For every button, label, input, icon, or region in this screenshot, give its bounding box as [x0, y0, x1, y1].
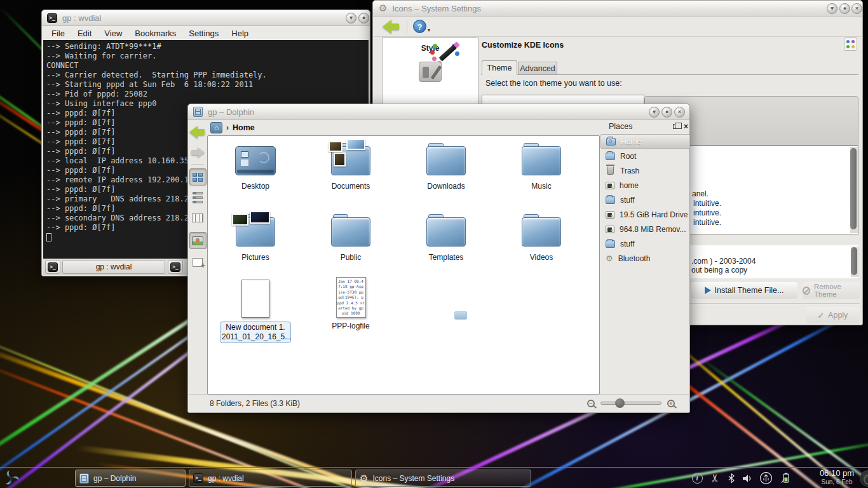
- breadcrumb-root[interactable]: Home: [233, 123, 255, 132]
- terminal-icon: >_: [193, 473, 203, 483]
- battery-tray-icon[interactable]: [778, 468, 793, 488]
- klipper-tray-icon[interactable]: ✂: [705, 471, 726, 485]
- zoom-slider[interactable]: [600, 402, 661, 405]
- maximize-button[interactable]: ●: [839, 3, 850, 14]
- forward-button[interactable]: [191, 147, 205, 158]
- folder-item[interactable]: Videos: [503, 214, 580, 262]
- toolbar-separator: [191, 164, 204, 165]
- menu-bookmarks[interactable]: Bookmarks: [135, 29, 176, 38]
- downloads-folder-icon: [426, 146, 466, 175]
- remove-theme-button[interactable]: Remove Theme: [803, 282, 860, 299]
- file-item-selected[interactable]: New document 1. 2011_01_20_16_5...: [217, 277, 294, 343]
- caret-down-icon[interactable]: ▾: [428, 27, 430, 33]
- folder-item[interactable]: Music: [503, 142, 580, 191]
- clock[interactable]: 06:10 pm Sun, 6 Feb: [815, 469, 859, 487]
- status-text: 8 Folders, 2 Files (3.3 KiB): [210, 399, 300, 408]
- menu-view[interactable]: View: [104, 29, 122, 38]
- help-button[interactable]: ?: [413, 20, 426, 33]
- volume-tray-icon[interactable]: [740, 468, 754, 488]
- places-label: stuff: [620, 240, 634, 248]
- description-scrollbar[interactable]: [851, 247, 858, 277]
- preview-button[interactable]: [189, 232, 207, 249]
- places-item-root[interactable]: Root: [600, 149, 690, 163]
- file-item[interactable]: Jan 17 09:4 7:18 gp-Asp ire-5738 pp pd[1…: [313, 277, 389, 331]
- zoom-in-button[interactable]: +: [667, 400, 675, 407]
- apply-button[interactable]: ✓ Apply: [806, 307, 860, 323]
- zoom-out-button[interactable]: −: [587, 400, 595, 407]
- konsole-tab[interactable]: gp : wvdial: [62, 260, 165, 274]
- back-button[interactable]: [189, 126, 206, 139]
- documents-folder-icon: [331, 146, 370, 175]
- places-item-home[interactable]: Home: [600, 134, 690, 149]
- columns-view-button[interactable]: [189, 209, 207, 226]
- drive-icon: [606, 211, 614, 219]
- places-item-stuff2[interactable]: stuff: [600, 236, 690, 251]
- places-item-stuff[interactable]: stuff: [600, 193, 690, 207]
- list-scrollbar-thumb[interactable]: [850, 148, 857, 229]
- konsole-titlebar[interactable]: >_ gp : wvdial ▾ ●: [42, 10, 370, 26]
- places-item-removable[interactable]: 964.8 MiB Remov...: [600, 222, 690, 236]
- task-system-settings[interactable]: ⚙ Icons – System Settings: [355, 470, 531, 487]
- places-header[interactable]: Places ×: [600, 120, 691, 135]
- sidebar-item-style[interactable]: Style: [383, 38, 478, 53]
- device-notifier-tray-icon[interactable]: [757, 468, 774, 488]
- terminal-cursor: [46, 233, 51, 241]
- toolbar-separator: [407, 20, 407, 34]
- description-scrollbar-thumb[interactable]: [851, 247, 857, 275]
- menu-edit[interactable]: Edit: [78, 29, 92, 38]
- icon-theme-select-label: Select the icon theme you want to use:: [485, 79, 622, 88]
- install-theme-button[interactable]: Install Theme File...: [691, 282, 797, 299]
- places-label: Bluetooth: [618, 254, 651, 263]
- konsole-menubar: File Edit View Bookmarks Settings Help: [43, 26, 369, 40]
- maximize-button[interactable]: ●: [661, 107, 672, 118]
- places-item-hard-drive[interactable]: 19.5 GiB Hard Drive: [600, 207, 690, 222]
- list-scrollbar[interactable]: [850, 147, 858, 233]
- folder-item[interactable]: Documents: [313, 142, 389, 191]
- minimize-button[interactable]: ▾: [827, 3, 837, 14]
- tab-list-button[interactable]: >_: [168, 260, 183, 274]
- folder-item[interactable]: Desktop: [217, 142, 294, 191]
- new-tab-button[interactable]: >_: [45, 260, 60, 274]
- task-dolphin[interactable]: gp – Dolphin: [75, 470, 186, 487]
- terminal-line: --> Pid of pppd: 25082: [46, 90, 369, 99]
- back-button[interactable]: [383, 20, 400, 34]
- menu-file[interactable]: File: [51, 29, 65, 38]
- fine-tuning-icon[interactable]: [419, 62, 442, 82]
- zoom-slider-handle[interactable]: [615, 398, 625, 408]
- maximize-button[interactable]: ●: [358, 13, 369, 24]
- close-button[interactable]: ×: [851, 3, 862, 14]
- folder-item[interactable]: Public: [313, 214, 389, 262]
- folder-item[interactable]: Pictures: [217, 214, 294, 262]
- tab-theme[interactable]: Theme: [482, 60, 517, 75]
- folder-icon: [606, 240, 615, 248]
- dolphin-file-view[interactable]: Desktop Documents Downloads Music: [207, 135, 600, 395]
- menu-settings[interactable]: Settings: [189, 29, 219, 38]
- breadcrumb-home-button[interactable]: ⌂: [210, 122, 222, 133]
- konsole-title: gp : wvdial: [62, 13, 101, 23]
- notifications-tray-icon[interactable]: i: [690, 468, 704, 488]
- folder-label: Downloads: [408, 182, 484, 191]
- task-wvdial[interactable]: >_ gp : wvdial: [189, 470, 352, 487]
- dolphin-titlebar[interactable]: gp – Dolphin ▾ ● ×: [188, 104, 689, 120]
- places-float-icon[interactable]: [673, 124, 679, 129]
- folder-item[interactable]: Templates: [408, 214, 484, 262]
- columns-view-icon: [192, 214, 203, 222]
- minimize-button[interactable]: ▾: [649, 107, 660, 118]
- menu-help[interactable]: Help: [231, 29, 248, 38]
- split-view-button[interactable]: [189, 254, 207, 271]
- panel-toolbox-cashew[interactable]: [860, 470, 868, 487]
- places-close-icon[interactable]: ×: [684, 123, 688, 130]
- system-settings-titlebar[interactable]: ⚙ Icons – System Settings ▾ ● ×: [373, 1, 862, 17]
- minimize-button[interactable]: ▾: [346, 13, 356, 24]
- icons-view-button[interactable]: [189, 168, 207, 186]
- details-view-button[interactable]: [189, 189, 207, 206]
- places-item-home-partition[interactable]: home: [600, 178, 690, 193]
- folder-item[interactable]: Downloads: [408, 142, 484, 191]
- preview-icon: [192, 236, 203, 245]
- launcher-icon[interactable]: [2, 469, 20, 488]
- tab-advanced[interactable]: Advanced: [518, 62, 557, 75]
- close-button[interactable]: ×: [674, 107, 685, 118]
- places-item-trash[interactable]: Trash: [600, 163, 690, 178]
- bluetooth-tray-icon[interactable]: [726, 468, 737, 488]
- places-item-bluetooth[interactable]: ⚙ Bluetooth: [600, 251, 690, 266]
